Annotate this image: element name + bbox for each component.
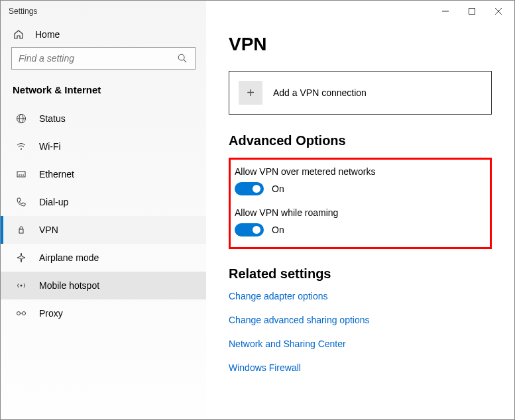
wifi-icon	[15, 140, 27, 152]
category-heading: Network & Internet	[1, 80, 206, 105]
svg-line-1	[184, 60, 186, 62]
vpn-icon	[15, 224, 27, 236]
sidebar-item-hotspot[interactable]: Mobile hotspot	[1, 272, 206, 299]
svg-rect-10	[19, 229, 23, 233]
sidebar: Settings Home Network & Internet Status …	[1, 1, 206, 419]
sidebar-item-label: Ethernet	[39, 169, 74, 180]
globe-icon	[15, 113, 27, 125]
proxy-icon	[15, 307, 27, 319]
related-links: Change adapter options Change advanced s…	[229, 291, 492, 373]
sidebar-item-label: Proxy	[39, 308, 63, 319]
sidebar-item-label: Dial-up	[39, 197, 68, 207]
search-icon	[176, 52, 188, 64]
sidebar-item-label: Wi-Fi	[39, 141, 61, 152]
highlight-annotation: Allow VPN over metered networks On Allow…	[229, 158, 492, 249]
sidebar-item-dialup[interactable]: Dial-up	[1, 188, 206, 216]
roaming-toggle[interactable]	[235, 223, 264, 236]
sidebar-item-airplane[interactable]: Airplane mode	[1, 244, 206, 272]
plus-icon: +	[239, 81, 262, 105]
minimize-button[interactable]	[441, 7, 449, 15]
maximize-button[interactable]	[468, 7, 476, 15]
main-pane: VPN + Add a VPN connection Advanced Opti…	[206, 1, 514, 419]
window-controls	[206, 1, 514, 22]
search-field[interactable]	[19, 53, 176, 64]
sidebar-item-label: Mobile hotspot	[39, 280, 99, 291]
svg-point-5	[21, 148, 22, 150]
sidebar-item-proxy[interactable]: Proxy	[1, 299, 206, 327]
svg-rect-16	[469, 9, 475, 15]
svg-point-13	[23, 312, 26, 315]
hotspot-icon	[15, 280, 27, 291]
phone-icon	[15, 196, 27, 208]
advanced-heading: Advanced Options	[229, 133, 492, 148]
roaming-state: On	[272, 225, 284, 235]
link-adapter[interactable]: Change adapter options	[229, 291, 492, 301]
page-title: VPN	[229, 34, 492, 55]
home-icon	[13, 28, 25, 40]
sidebar-item-label: VPN	[39, 225, 58, 235]
airplane-icon	[15, 252, 27, 264]
sidebar-item-label: Airplane mode	[39, 252, 99, 263]
sidebar-item-wifi[interactable]: Wi-Fi	[1, 132, 206, 160]
sidebar-item-vpn[interactable]: VPN	[1, 216, 206, 244]
svg-point-0	[178, 54, 184, 60]
metered-toggle[interactable]	[235, 182, 264, 195]
link-firewall[interactable]: Windows Firewall	[229, 362, 492, 373]
metered-state: On	[272, 184, 284, 194]
svg-point-12	[17, 312, 21, 315]
add-vpn-label: Add a VPN connection	[273, 87, 367, 98]
add-vpn-button[interactable]: + Add a VPN connection	[229, 71, 492, 115]
close-button[interactable]	[494, 7, 502, 15]
related-heading: Related settings	[229, 266, 492, 282]
link-network-center[interactable]: Network and Sharing Center	[229, 339, 492, 349]
search-input[interactable]	[11, 47, 196, 70]
sidebar-item-label: Status	[39, 113, 66, 124]
window-title: Settings	[1, 1, 206, 22]
sidebar-item-ethernet[interactable]: Ethernet	[1, 160, 206, 188]
svg-point-11	[21, 285, 23, 287]
metered-label: Allow VPN over metered networks	[235, 166, 486, 177]
roaming-label: Allow VPN while roaming	[235, 207, 486, 218]
home-label: Home	[35, 29, 60, 40]
nav-list: Status Wi-Fi Ethernet Dial-up VPN Airpla…	[1, 105, 206, 327]
sidebar-item-status[interactable]: Status	[1, 105, 206, 132]
ethernet-icon	[15, 168, 27, 180]
link-sharing[interactable]: Change advanced sharing options	[229, 315, 492, 325]
home-button[interactable]: Home	[1, 22, 206, 47]
